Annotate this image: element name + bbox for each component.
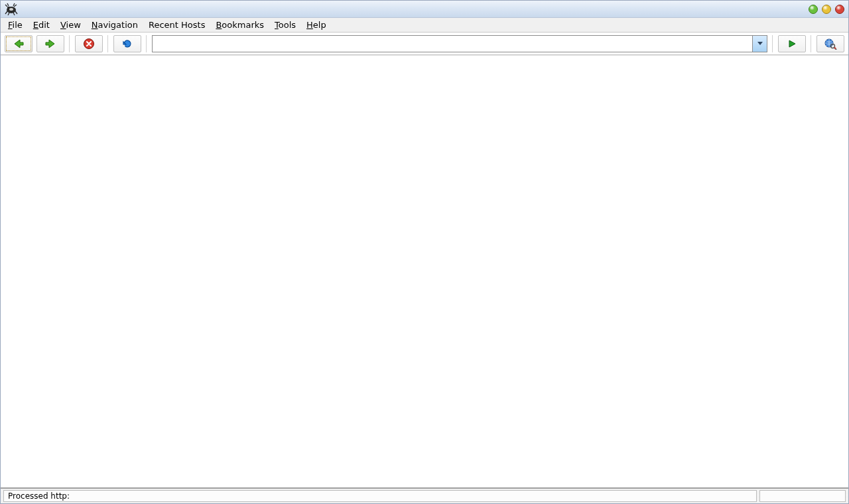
toolbar-separator xyxy=(146,35,147,52)
toolbar-separator xyxy=(811,35,812,52)
url-combobox[interactable] xyxy=(152,35,767,52)
stop-button[interactable] xyxy=(75,35,103,52)
menu-view[interactable]: View xyxy=(56,19,86,31)
content-area xyxy=(1,55,848,487)
menu-bookmarks[interactable]: Bookmarks xyxy=(211,19,269,31)
arrow-right-icon xyxy=(44,38,57,50)
go-button[interactable] xyxy=(778,35,806,52)
arrow-left-icon xyxy=(12,38,25,50)
titlebar xyxy=(1,1,848,18)
menu-edit[interactable]: Edit xyxy=(29,19,54,31)
status-right-cell xyxy=(759,490,846,502)
globe-search-icon xyxy=(824,38,837,50)
reload-button[interactable] xyxy=(113,35,141,52)
menubar: File Edit View Navigation Recent Hosts B… xyxy=(1,18,848,32)
toolbar-separator xyxy=(107,35,109,52)
stop-icon xyxy=(83,38,95,50)
minimize-button[interactable] xyxy=(809,5,818,14)
svg-point-7 xyxy=(834,47,836,49)
status-message: Processed http: xyxy=(3,490,757,502)
window-controls xyxy=(809,5,844,14)
reload-icon xyxy=(121,38,133,50)
search-web-button[interactable] xyxy=(816,35,844,52)
toolbar-separator xyxy=(772,35,773,52)
url-input[interactable] xyxy=(153,36,752,52)
statusbar: Processed http: xyxy=(1,487,848,503)
close-button[interactable] xyxy=(835,5,844,14)
menu-navigation[interactable]: Navigation xyxy=(87,19,143,31)
app-window: File Edit View Navigation Recent Hosts B… xyxy=(0,0,849,504)
maximize-button[interactable] xyxy=(822,5,831,14)
back-button[interactable] xyxy=(5,35,33,52)
toolbar xyxy=(1,32,848,55)
app-icon xyxy=(5,3,18,16)
menu-help[interactable]: Help xyxy=(302,19,331,31)
menu-file[interactable]: File xyxy=(3,19,27,31)
chevron-down-icon xyxy=(757,39,763,48)
toolbar-separator xyxy=(69,35,70,52)
svg-point-2 xyxy=(9,8,13,11)
play-icon xyxy=(787,39,797,48)
forward-button[interactable] xyxy=(36,35,64,52)
menu-recent-hosts[interactable]: Recent Hosts xyxy=(144,19,210,31)
url-dropdown-button[interactable] xyxy=(752,36,767,52)
menu-tools[interactable]: Tools xyxy=(270,19,300,31)
